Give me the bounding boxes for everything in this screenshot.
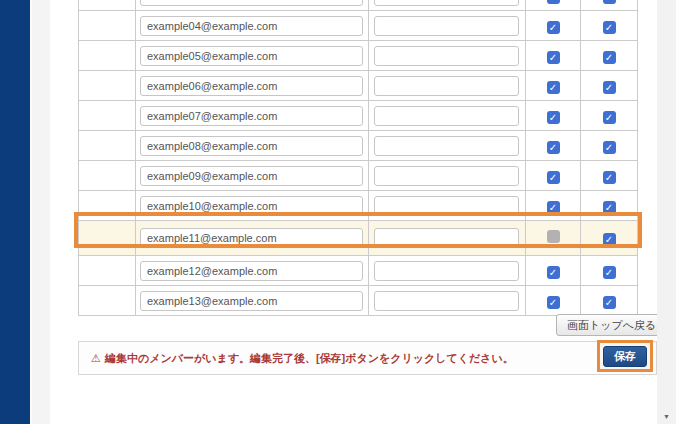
row-label-cell [79,41,136,71]
email-input[interactable] [140,0,363,6]
edit-input[interactable] [374,136,519,156]
row-label-cell [79,191,136,221]
email-input[interactable] [140,228,363,248]
row-label-cell [79,221,136,256]
checkbox-col2[interactable]: ✓ [603,233,616,246]
row-label-cell [79,256,136,286]
email-input[interactable] [140,291,363,311]
checkbox-col2[interactable]: ✓ [603,81,616,94]
checkbox-col2[interactable]: ✓ [603,141,616,154]
edit-input[interactable] [374,16,519,36]
row-label-cell [79,131,136,161]
table-row: ✓✓ [79,11,638,41]
left-gutter [30,0,50,424]
checkbox-col1[interactable]: ✓ [547,266,560,279]
checkbox-col1[interactable]: ✓ [547,171,560,184]
save-button-highlight-outline: 保存 [597,340,653,372]
checkbox-col2[interactable]: ✓ [603,171,616,184]
checkbox-col2[interactable]: ✓ [603,201,616,214]
checkbox-col1[interactable]: ✓ [547,51,560,64]
edit-input[interactable] [374,196,519,216]
edit-input[interactable] [374,106,519,126]
table-row: ✓✓ [79,71,638,101]
member-table: ✓✓✓✓✓✓✓✓✓✓✓✓✓✓✓✓✓✓✓✓✓ [78,0,638,316]
checkbox-col1[interactable]: ✓ [547,141,560,154]
row-label-cell [79,71,136,101]
table-row: ✓✓ [79,256,638,286]
row-label-cell [79,286,136,316]
table-row: ✓✓ [79,131,638,161]
warning-text: 編集中のメンバーがいます。編集完了後、[保存]ボタンをクリックしてください。 [105,352,514,364]
left-navy-bar [0,0,30,424]
row-label-cell [79,0,136,11]
table-row: ✓ [79,221,638,256]
email-input[interactable] [140,106,363,126]
edit-input[interactable] [374,76,519,96]
edit-input[interactable] [374,0,519,6]
member-table-body: ✓✓✓✓✓✓✓✓✓✓✓✓✓✓✓✓✓✓✓✓✓ [79,0,638,316]
checkbox-col1[interactable]: ✓ [547,201,560,214]
table-row: ✓✓ [79,101,638,131]
email-input[interactable] [140,166,363,186]
scrollbar-down-arrow-icon[interactable]: ▼ [663,413,670,420]
table-row: ✓✓ [79,286,638,316]
checkbox-col2[interactable]: ✓ [603,0,616,4]
warning-triangle-icon: ⚠ [91,352,101,364]
vertical-scrollbar[interactable]: ▼ [657,0,676,424]
edit-input[interactable] [374,228,519,248]
table-row: ✓✓ [79,41,638,71]
editing-warning-message: ⚠編集中のメンバーがいます。編集完了後、[保存]ボタンをクリックしてください。 [91,351,514,366]
edit-input[interactable] [374,166,519,186]
edit-input[interactable] [374,261,519,281]
table-row-partial: ✓✓ [79,0,638,11]
email-input[interactable] [140,261,363,281]
row-label-cell [79,101,136,131]
checkbox-col2[interactable]: ✓ [603,296,616,309]
table-row: ✓✓ [79,161,638,191]
table-row: ✓✓ [79,191,638,221]
back-to-top-button[interactable]: 画面トップへ戻る [556,314,667,336]
checkbox-col1[interactable]: ✓ [547,296,560,309]
edit-input[interactable] [374,291,519,311]
notice-bar: ⚠編集中のメンバーがいます。編集完了後、[保存]ボタンをクリックしてください。 [78,341,657,375]
email-input[interactable] [140,46,363,66]
checkbox-col1[interactable]: ✓ [547,111,560,124]
checkbox-col1[interactable]: ✓ [547,81,560,94]
email-input[interactable] [140,196,363,216]
email-input[interactable] [140,136,363,156]
edit-input[interactable] [374,46,519,66]
row-label-cell [79,161,136,191]
checkbox-col2[interactable]: ✓ [603,111,616,124]
save-button[interactable]: 保存 [603,346,647,367]
email-input[interactable] [140,76,363,96]
checkbox-col1[interactable]: ✓ [547,21,560,34]
checkbox-col2[interactable]: ✓ [603,266,616,279]
checkbox-col2[interactable]: ✓ [603,51,616,64]
row-label-cell [79,11,136,41]
checkbox-col1[interactable]: ✓ [547,0,560,4]
checkbox-col2[interactable]: ✓ [603,21,616,34]
checkbox-col1-disabled [547,230,560,243]
email-input[interactable] [140,16,363,36]
